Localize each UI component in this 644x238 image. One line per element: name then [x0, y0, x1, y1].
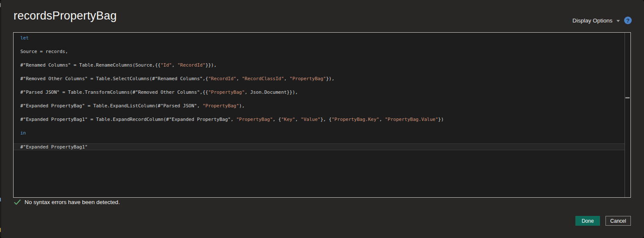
code-token: "Id"	[160, 62, 172, 68]
code-token: let	[20, 35, 29, 41]
code-token: "PropertyBag.Value"	[385, 117, 438, 122]
checkmark-icon	[14, 199, 21, 205]
code-token: }),	[326, 76, 334, 81]
code-token: }}),	[205, 62, 217, 68]
code-token: "RecordClassId"	[242, 76, 284, 81]
code-line[interactable]: #"Expanded PropertyBag" = Table.ExpandLi…	[14, 103, 625, 109]
code-token: "PropertyBag"	[236, 117, 273, 122]
screen-edge-artifact	[0, 0, 1, 238]
code-token: Source = records,	[20, 49, 68, 54]
edge-speck	[0, 228, 1, 232]
edge-speck	[0, 3, 1, 7]
code-token: "PropertyBag"	[290, 76, 326, 81]
code-token: }, {	[321, 117, 332, 122]
display-options-dropdown[interactable]: Display Options	[572, 16, 620, 25]
code-line[interactable]	[14, 137, 625, 143]
scrollbar-track-divider	[625, 33, 625, 197]
code-token: ,	[379, 117, 385, 122]
code-token: , Json.Document}}),	[245, 90, 298, 95]
code-token: #"Removed Other Columns" = Table.SelectC…	[20, 76, 208, 81]
code-line[interactable]	[14, 123, 625, 130]
code-line[interactable]	[14, 69, 625, 76]
code-line[interactable]: #"Removed Other Columns" = Table.SelectC…	[14, 76, 625, 82]
code-line[interactable]: Source = records,	[14, 48, 625, 55]
page-title: recordsPropertyBag	[14, 9, 117, 22]
code-token: "RecordId"	[177, 62, 205, 68]
code-editor[interactable]: letSource = records,#"Renamed Columns" =…	[13, 32, 631, 198]
syntax-status: No syntax errors have been detected.	[14, 199, 120, 205]
code-token: "PropertyBag.Key"	[332, 117, 379, 122]
scrollbar-marker[interactable]	[625, 97, 630, 98]
code-token: "RecordId"	[208, 76, 236, 81]
code-token: })	[438, 117, 444, 122]
chevron-down-icon	[616, 20, 620, 22]
code-token: ,	[236, 76, 242, 81]
code-token: "Key"	[281, 117, 295, 122]
code-token: in	[20, 130, 26, 136]
display-options-label: Display Options	[572, 17, 613, 24]
code-token: , {	[273, 117, 281, 122]
code-token: #"Renamed Columns" = Table.RenameColumns…	[20, 62, 160, 68]
code-token: "Value"	[301, 117, 320, 122]
code-token: "PropertyBag"	[208, 90, 245, 95]
done-button[interactable]: Done	[575, 216, 600, 226]
code-line[interactable]: #"Parsed JSON" = Table.TransformColumns(…	[14, 89, 625, 96]
code-line[interactable]: #"Expanded PropertyBag1" = Table.ExpandR…	[14, 116, 625, 123]
code-line[interactable]: #"Renamed Columns" = Table.RenameColumns…	[14, 62, 625, 69]
cancel-button[interactable]: Cancel	[605, 216, 631, 226]
code-line[interactable]	[14, 109, 625, 116]
help-button[interactable]: ?	[624, 17, 632, 24]
code-line[interactable]: in	[14, 130, 625, 137]
code-line[interactable]	[14, 82, 625, 89]
code-token: #"Parsed JSON" = Table.TransformColumns(…	[20, 90, 208, 95]
advanced-editor-dialog: recordsPropertyBag Display Options ? let…	[0, 0, 644, 238]
code-token: ,	[172, 62, 177, 68]
code-token: #"Expanded PropertyBag1"	[20, 144, 88, 150]
code-token: ,	[284, 76, 290, 81]
help-question-icon: ?	[626, 17, 630, 24]
code-token: #"Expanded PropertyBag1" = Table.ExpandR…	[20, 117, 236, 122]
edge-speck	[0, 198, 1, 202]
code-token: ),	[239, 103, 245, 109]
code-token: #"Expanded PropertyBag" = Table.ExpandLi…	[20, 103, 202, 109]
status-message: No syntax errors have been detected.	[25, 199, 120, 205]
code-line[interactable]: let	[14, 35, 625, 42]
code-token: ,	[295, 117, 301, 122]
code-line[interactable]	[14, 55, 625, 62]
code-line[interactable]: #"Expanded PropertyBag1"	[14, 143, 625, 150]
code-line[interactable]	[14, 42, 625, 48]
code-area[interactable]: letSource = records,#"Renamed Columns" =…	[14, 35, 625, 150]
code-line[interactable]	[14, 96, 625, 103]
code-token: "PropertyBag"	[202, 103, 239, 109]
